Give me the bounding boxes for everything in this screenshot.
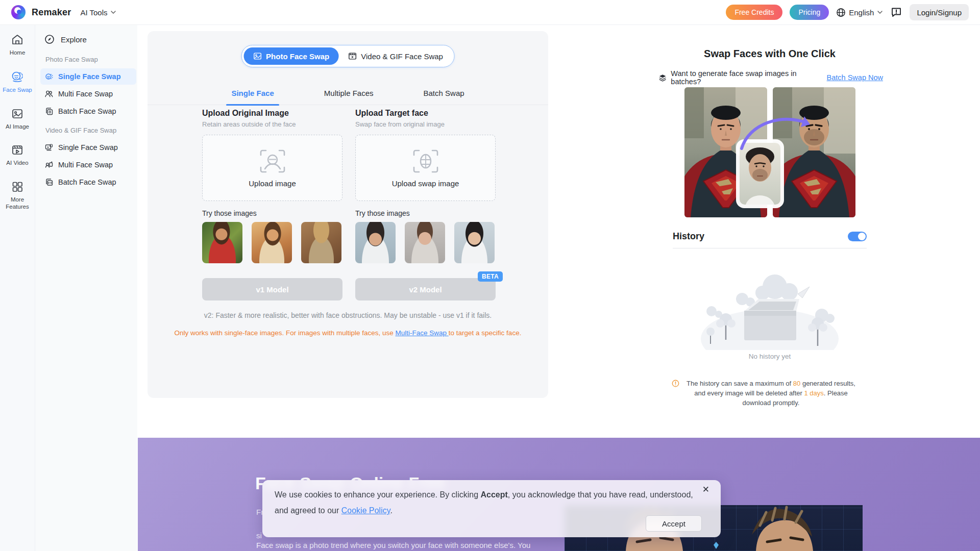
face-swap-icon xyxy=(10,69,24,84)
brand-name: Remaker xyxy=(32,7,71,18)
cookie-banner: We use cookies to enhance your experienc… xyxy=(262,480,721,537)
language-selector[interactable]: English xyxy=(836,8,883,17)
history-toggle[interactable] xyxy=(848,232,867,241)
cookie-text: We use cookies to enhance your experienc… xyxy=(275,490,480,499)
tabs-row: Single Face Multiple Faces Batch Swap xyxy=(148,89,548,105)
info-days: 1 days xyxy=(804,389,824,397)
free-credits-button[interactable]: Free Credits xyxy=(726,5,782,20)
layers-icon xyxy=(658,73,667,82)
sidebar-item-label: AI Image xyxy=(6,123,29,130)
globe-icon xyxy=(836,8,846,17)
submenu-video-batch[interactable]: Batch Face Swap xyxy=(40,174,136,190)
sample-original-image-3[interactable] xyxy=(301,222,341,263)
upload-original-column: Upload Original Image Retain areas outsi… xyxy=(202,109,342,263)
mode-toggle: Photo Face Swap Video & GIF Face Swap xyxy=(241,45,455,67)
tab-single-face[interactable]: Single Face xyxy=(229,89,276,105)
submenu-header-photo: Photo Face Swap xyxy=(45,56,133,63)
sidebar-item-ai-video[interactable]: AI Video xyxy=(1,143,34,166)
video-multi-face-icon xyxy=(44,160,54,169)
upload-original-subtitle: Retain areas outside of the face xyxy=(202,120,342,128)
warning-text: Only works with single-face images. For … xyxy=(175,329,396,337)
navbar: Remaker AI Tools Free Credits Pricing En… xyxy=(0,0,980,25)
sample-target-face-1[interactable] xyxy=(355,222,396,263)
upload-target-column: Upload Target face Swap face from origin… xyxy=(355,109,496,263)
submenu-item-label: Multi Face Swap xyxy=(58,161,113,169)
batch-swap-now-link[interactable]: Batch Swap Now xyxy=(827,73,883,82)
submenu-video-single[interactable]: Single Face Swap xyxy=(40,139,136,156)
tab-batch-swap[interactable]: Batch Swap xyxy=(422,89,467,105)
upload-swap-image-label: Upload swap image xyxy=(392,179,459,188)
chevron-down-icon xyxy=(877,9,883,15)
chevron-down-icon xyxy=(110,9,116,15)
cookie-policy-link[interactable]: Cookie Policy xyxy=(341,506,390,515)
login-signup-button[interactable]: Login/Signup xyxy=(910,4,969,20)
upload-target-title: Upload Target face xyxy=(355,109,496,118)
face-scan-icon xyxy=(259,148,286,174)
sidebar-item-label: Face Swap xyxy=(3,86,32,93)
mode-photo-label: Photo Face Swap xyxy=(266,52,329,61)
compass-icon xyxy=(44,34,55,44)
multi-face-swap-link[interactable]: Multi-Face Swap xyxy=(396,329,449,337)
hero-paragraph: Face swap is a photo trend where you swi… xyxy=(256,541,542,551)
sample-target-face-2[interactable] xyxy=(405,222,445,263)
mode-photo-face-swap[interactable]: Photo Face Swap xyxy=(243,47,338,65)
upload-target-dropzone[interactable]: Upload swap image xyxy=(355,135,496,201)
sidebar-item-label: AI Video xyxy=(6,159,28,166)
sample-target-face-3[interactable] xyxy=(454,222,495,263)
upload-target-subtitle: Swap face from original image xyxy=(355,120,496,128)
v2-model-label: v2 Model xyxy=(409,285,442,294)
video-batch-icon xyxy=(44,178,54,187)
sample-original-image-1[interactable] xyxy=(202,222,242,263)
v1-model-button[interactable]: v1 Model xyxy=(202,278,342,300)
single-face-swap-icon xyxy=(44,72,54,81)
hero-text-fragment: si xyxy=(256,531,262,540)
sidebar-item-home[interactable]: Home xyxy=(1,33,34,56)
video-icon xyxy=(11,143,24,157)
ai-tools-menu[interactable]: AI Tools xyxy=(80,8,116,17)
info-count: 80 xyxy=(793,380,800,387)
submenu-photo-batch[interactable]: Batch Face Swap xyxy=(40,103,136,119)
feedback-icon[interactable] xyxy=(890,6,902,18)
target-face-inset xyxy=(736,139,784,208)
submenu-item-label: Batch Face Swap xyxy=(58,107,116,115)
cookie-message: We use cookies to enhance your experienc… xyxy=(275,487,703,518)
sidebar-item-face-swap[interactable]: Face Swap xyxy=(1,69,34,93)
submenu-video-multi[interactable]: Multi Face Swap xyxy=(40,157,136,173)
sidebar-item-ai-image[interactable]: AI Image xyxy=(1,107,34,130)
language-label: English xyxy=(849,8,874,17)
try-images-label: Try those images xyxy=(355,209,496,217)
tab-multiple-faces[interactable]: Multiple Faces xyxy=(322,89,376,105)
cookie-text-bold: Accept xyxy=(480,490,507,499)
face-swap-target-icon xyxy=(412,148,439,174)
submenu-explore-label: Explore xyxy=(61,35,87,44)
sidebar-item-more-features[interactable]: More Features xyxy=(1,180,34,211)
image-icon xyxy=(11,107,24,120)
sub-sidebar: Explore Photo Face Swap Single Face Swap… xyxy=(35,25,137,551)
submenu-item-label: Single Face Swap xyxy=(58,72,121,81)
pricing-button[interactable]: Pricing xyxy=(790,5,829,20)
submenu-item-label: Batch Face Swap xyxy=(58,178,116,186)
close-icon[interactable]: ✕ xyxy=(702,484,709,495)
panel-title: Swap Faces with One Click xyxy=(673,48,867,60)
sample-original-image-2[interactable] xyxy=(252,222,292,263)
info-icon xyxy=(672,380,679,387)
submenu-explore[interactable]: Explore xyxy=(44,34,133,44)
mode-video-gif-face-swap[interactable]: Video & GIF Face Swap xyxy=(338,47,452,65)
v2-model-button[interactable]: v2 Model BETA xyxy=(355,278,496,300)
history-title: History xyxy=(673,231,704,242)
submenu-photo-multi[interactable]: Multi Face Swap xyxy=(40,86,136,102)
mode-video-label: Video & GIF Face Swap xyxy=(361,52,443,61)
remaker-logo-icon[interactable] xyxy=(11,5,26,19)
app-root: Remaker AI Tools Free Credits Pricing En… xyxy=(0,0,980,551)
empty-history-illustration xyxy=(693,262,846,352)
accept-cookies-button[interactable]: Accept xyxy=(646,515,702,532)
submenu-photo-single[interactable]: Single Face Swap xyxy=(40,68,136,85)
multi-face-icon xyxy=(44,89,54,98)
face-swap-demo-image xyxy=(684,87,855,217)
submenu-item-label: Single Face Swap xyxy=(58,143,118,152)
sidebar-item-label: Home xyxy=(10,49,26,56)
history-info: The history can save a maximum of 80 gen… xyxy=(683,379,859,408)
info-text: The history can save a maximum of xyxy=(687,380,793,387)
upload-original-dropzone[interactable]: Upload image xyxy=(202,135,342,201)
grid-icon xyxy=(11,180,24,193)
